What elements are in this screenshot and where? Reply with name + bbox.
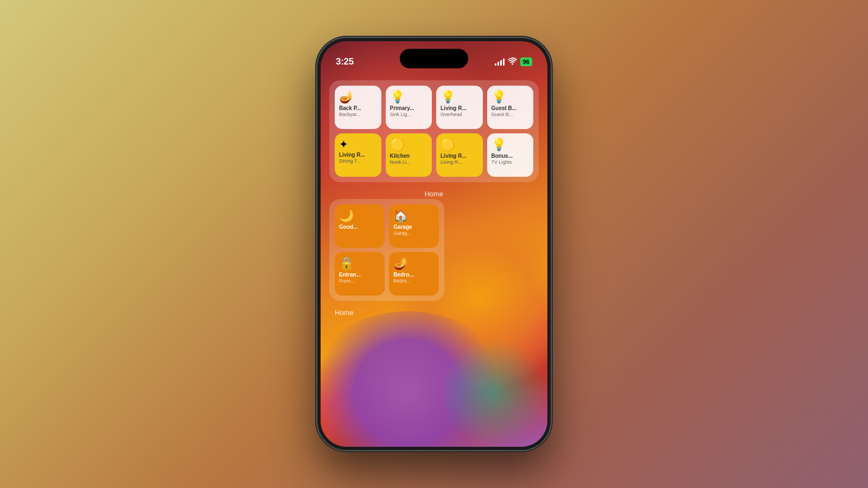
garage-title: Garage (393, 224, 435, 230)
kitchen-nook-title: Kitchen (390, 153, 428, 159)
living-dining-subtitle: Dining T... (339, 158, 377, 164)
widgets-area: 🪔 Back P... Backyar... 💡 Primary... Sink… (321, 80, 547, 318)
widget-group-home-1: 🪔 Back P... Backyar... 💡 Primary... Sink… (329, 80, 539, 182)
widget-goodnight[interactable]: 🌙 Good... (335, 204, 385, 248)
guest-bedroom-icon: 💡 (492, 91, 506, 103)
widget-living-overhead[interactable]: 💡 Living R... Overhead (436, 86, 483, 129)
widget-living-living[interactable]: 🟡 Living R... Living R... (436, 133, 483, 177)
widget-primary-sink[interactable]: 💡 Primary... Sink Lig... (386, 86, 432, 129)
bedroom-subtitle: Bedro... (393, 278, 435, 284)
entrance-subtitle: Front... (339, 278, 380, 284)
signal-bar-4 (503, 59, 505, 66)
wifi-icon (508, 57, 517, 67)
back-porch-title: Back P... (339, 105, 377, 112)
kitchen-nook-icon: 🟡 (390, 139, 405, 151)
entrance-icon: 🔒 (339, 258, 354, 269)
living-overhead-title: Living R... (441, 105, 478, 112)
bonus-tv-title: Bonus... (492, 153, 529, 159)
phone-screen: 3:25 96 (321, 41, 547, 447)
bedroom-title: Bedro... (393, 272, 435, 278)
living-overhead-subtitle: Overhead (441, 112, 478, 118)
widget-back-porch[interactable]: 🪔 Back P... Backyar... (335, 86, 381, 129)
primary-sink-icon: 💡 (390, 91, 405, 103)
signal-bar-2 (497, 62, 499, 66)
primary-sink-title: Primary... (390, 105, 428, 112)
back-porch-icon: 🪔 (339, 91, 354, 103)
entrance-title: Entran... (339, 272, 380, 278)
garage-icon: 🏠 (393, 210, 408, 222)
goodnight-icon: 🌙 (339, 210, 354, 222)
garage-subtitle: Garag... (393, 230, 435, 236)
battery-indicator: 96 (520, 57, 532, 66)
bedroom-icon: 🪔 (393, 258, 408, 269)
status-time: 3:25 (336, 56, 354, 67)
kitchen-nook-subtitle: Nook Li... (390, 159, 428, 165)
dynamic-island (400, 49, 468, 68)
widget-kitchen-nook[interactable]: 🟡 Kitchen Nook Li... (386, 133, 432, 177)
widget-living-dining[interactable]: ✦ Living R... Dining T... (335, 133, 381, 177)
back-porch-subtitle: Backyar... (339, 112, 377, 118)
power-button[interactable] (551, 146, 553, 190)
widget-bonus-tv[interactable]: 💡 Bonus... TV Lights (487, 133, 534, 177)
bonus-tv-icon: 💡 (492, 139, 506, 151)
living-living-subtitle: Living R... (441, 159, 478, 165)
widget-group-home-2: 🌙 Good... 🏠 Garage Garag... 🔒 Entran... (329, 199, 444, 301)
living-living-title: Living R... (441, 153, 478, 159)
primary-sink-subtitle: Sink Lig... (390, 112, 428, 118)
living-dining-icon: ✦ (339, 139, 348, 150)
signal-bar-1 (495, 63, 496, 66)
phone-frame: 3:25 96 (317, 38, 551, 450)
wallpaper-blob-4 (439, 338, 547, 447)
living-overhead-icon: 💡 (441, 91, 455, 103)
widget-grid-2: 🌙 Good... 🏠 Garage Garag... 🔒 Entran... (335, 204, 439, 296)
goodnight-title: Good... (339, 224, 380, 230)
bonus-tv-subtitle: TV Lights (492, 159, 529, 165)
widget-grid-1: 🪔 Back P... Backyar... 💡 Primary... Sink… (335, 86, 533, 177)
signal-icon (495, 58, 505, 66)
status-icons: 96 (495, 57, 532, 67)
widget-bedroom[interactable]: 🪔 Bedro... Bedro... (389, 252, 439, 296)
group-label-2: Home (329, 306, 539, 318)
guest-bedroom-title: Guest B... (492, 105, 529, 112)
living-living-icon: 🟡 (441, 139, 455, 151)
widget-entrance[interactable]: 🔒 Entran... Front... (335, 252, 385, 296)
phone-container: 3:25 96 (317, 38, 551, 450)
guest-bedroom-subtitle: Guest B... (492, 112, 529, 118)
group-label-1: Home (329, 188, 539, 199)
widget-guest-bedroom[interactable]: 💡 Guest B... Guest B... (487, 86, 534, 129)
widget-garage[interactable]: 🏠 Garage Garag... (389, 204, 439, 248)
living-dining-title: Living R... (339, 152, 377, 158)
signal-bar-3 (500, 60, 502, 66)
